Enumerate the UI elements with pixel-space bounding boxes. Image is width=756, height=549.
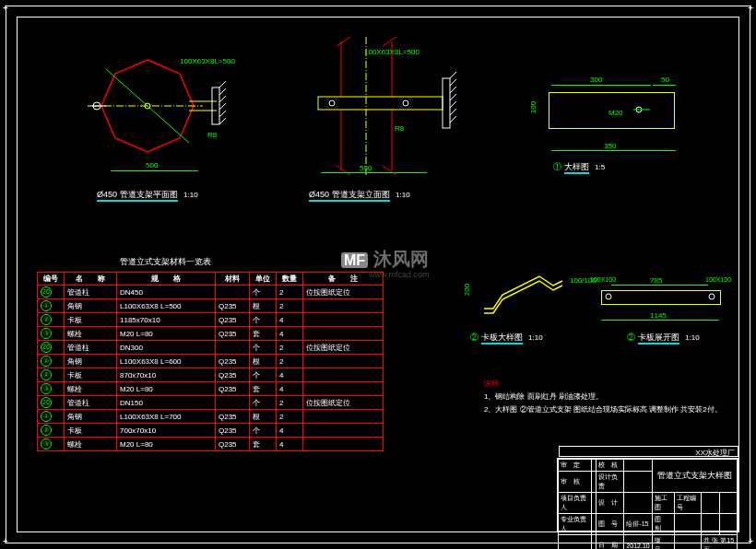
svg-line-10 bbox=[219, 103, 226, 110]
svg-line-31 bbox=[450, 116, 456, 123]
table-row: 20管道柱DN150个2位按图纸定位 bbox=[38, 396, 384, 410]
table-row: ③螺栓M20 L=80Q235套4 bbox=[38, 438, 384, 451]
view5-title: ② 卡板展开图 1:10 bbox=[627, 332, 700, 344]
dim-line bbox=[611, 285, 708, 286]
svg-line-26 bbox=[450, 79, 456, 86]
dim-200: 200 bbox=[463, 284, 471, 296]
table-row: ①角钢L100X63X8 L=600Q235根2 bbox=[38, 355, 384, 368]
table-header: 单位 bbox=[250, 273, 277, 286]
table-row: ③螺栓M20 L=80Q235套4 bbox=[38, 327, 384, 341]
corner-cross: + bbox=[3, 3, 8, 13]
svg-line-7 bbox=[219, 81, 226, 88]
svg-rect-6 bbox=[212, 88, 219, 124]
svg-line-19 bbox=[337, 166, 350, 175]
table-row: ③螺栓M20 L=80Q235套4 bbox=[38, 382, 384, 396]
table-row: ②卡板700x70x10Q235个4 bbox=[38, 424, 384, 438]
dim-angle-2: 100X63X8L=500 bbox=[364, 48, 419, 56]
corner-cross: + bbox=[748, 3, 753, 13]
bolt-icon bbox=[632, 97, 659, 124]
corner-cross: + bbox=[3, 536, 8, 546]
dim-line bbox=[321, 172, 427, 173]
table-header: 名 称 bbox=[65, 273, 117, 286]
note-2: 2、大样图 ②管道立式支架 图纸结合现场实际标高 调整制作 共安装2付。 bbox=[484, 403, 722, 416]
table-header: 规 格 bbox=[117, 273, 216, 286]
svg-line-9 bbox=[219, 96, 226, 102]
view4-bracket bbox=[470, 263, 581, 327]
dim-line bbox=[601, 320, 719, 321]
table-header: 材料 bbox=[216, 273, 250, 286]
notes-header: 说明 bbox=[484, 378, 722, 391]
svg-line-20 bbox=[383, 166, 396, 175]
notes: 说明 1、钢结构除 面刷红丹 刷油漆处理。 2、大样图 ②管道立式支架 图纸结合… bbox=[484, 378, 722, 416]
svg-line-29 bbox=[450, 101, 456, 108]
dim-end1: 100X100 bbox=[590, 276, 616, 283]
view1-title: Ø450 管道支架平面图 1:10 bbox=[97, 189, 198, 201]
table-row: ①角钢L100X63X8 L=500Q235根2 bbox=[38, 299, 384, 313]
table-row: ②卡板870x70x10Q235个4 bbox=[38, 368, 384, 382]
svg-line-25 bbox=[450, 72, 456, 78]
view2-title: Ø450 管道支架立面图 1:10 bbox=[309, 189, 410, 201]
svg-line-18 bbox=[383, 37, 396, 46]
svg-line-30 bbox=[450, 109, 456, 115]
table-row: 20管道柱DN450个2位按图纸定位 bbox=[38, 286, 384, 299]
table-row: ①角钢L100X63X8 L=700Q235根2 bbox=[38, 410, 384, 424]
dim-line bbox=[111, 170, 198, 171]
dim-line bbox=[551, 150, 676, 151]
svg-line-27 bbox=[450, 87, 456, 93]
svg-line-11 bbox=[219, 111, 226, 117]
view4-title: ② 卡板大样图 1:10 bbox=[470, 332, 543, 344]
svg-point-35 bbox=[606, 294, 611, 299]
table-header: 编号 bbox=[38, 273, 65, 286]
dim-angle-1: 100X63X8L=500 bbox=[180, 57, 235, 65]
dim-350: 350 bbox=[604, 142, 616, 150]
view3-title: ① 大样图 1:5 bbox=[553, 161, 605, 173]
svg-line-17 bbox=[337, 37, 350, 46]
materials-table: 编号名 称规 格材料单位数量备 注 20管道柱DN450个2位按图纸定位①角钢L… bbox=[37, 272, 384, 451]
dim-r2: R8 bbox=[395, 124, 404, 133]
dim-500: 500 bbox=[146, 161, 158, 169]
factory-name: XX水处理厂 bbox=[559, 446, 738, 457]
dim-line bbox=[653, 85, 676, 86]
svg-rect-21 bbox=[318, 97, 443, 110]
svg-line-8 bbox=[219, 88, 226, 95]
table-row: 20管道柱DN300个2位按图纸定位 bbox=[38, 341, 384, 355]
corner-cross: + bbox=[748, 536, 753, 546]
dim-785: 785 bbox=[650, 276, 662, 285]
dim-50: 50 bbox=[661, 76, 669, 84]
dim-r1: R8 bbox=[207, 131, 217, 139]
dim-300: 300 bbox=[590, 76, 602, 84]
svg-point-36 bbox=[709, 294, 715, 299]
table-title: 管道立式支架材料一览表 bbox=[120, 256, 211, 268]
svg-rect-24 bbox=[443, 78, 450, 128]
dim-1145: 1145 bbox=[650, 311, 667, 320]
watermark-url: www.mfcad.com bbox=[369, 270, 430, 279]
dim-end2: 100X100 bbox=[705, 276, 731, 283]
table-header: 数量 bbox=[277, 273, 303, 286]
dim-line bbox=[551, 85, 651, 86]
dim-100: 100 bbox=[529, 101, 537, 113]
table-row: ②卡板1185x70x10Q235个4 bbox=[38, 313, 384, 327]
svg-line-12 bbox=[219, 118, 226, 124]
svg-line-28 bbox=[450, 94, 456, 100]
dim-m20: M20 bbox=[608, 109, 623, 117]
dim-590: 590 bbox=[360, 164, 372, 172]
title-block: 审 定 校 核 管道立式支架大样图 审 核 设计负责 项目负责人 设 计 施工图… bbox=[557, 458, 738, 531]
note-1: 1、钢结构除 面刷红丹 刷油漆处理。 bbox=[484, 391, 722, 403]
view5-holes bbox=[599, 290, 724, 309]
